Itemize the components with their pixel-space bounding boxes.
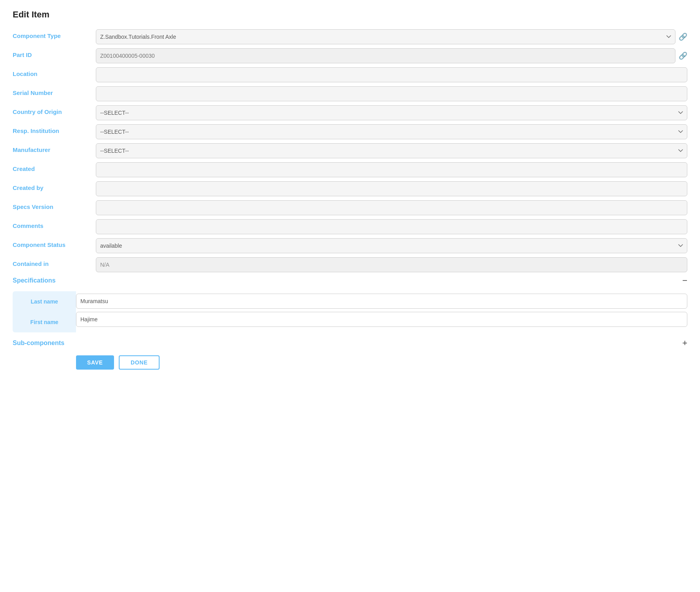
part-id-input[interactable]	[96, 48, 675, 63]
created-label: Created	[13, 162, 96, 172]
serial-number-input[interactable]	[96, 86, 687, 101]
specs-version-wrapper	[96, 200, 687, 215]
resp-institution-label: Resp. Institution	[13, 124, 96, 134]
location-label: Location	[13, 67, 96, 77]
resp-institution-wrapper: --SELECT--	[96, 124, 687, 139]
comments-label: Comments	[13, 219, 96, 229]
page-title: Edit Item	[13, 9, 687, 20]
subcomponents-label: Sub-components	[13, 340, 65, 347]
serial-number-wrapper	[96, 86, 687, 101]
country-of-origin-row: Country of Origin --SELECT--	[13, 105, 687, 120]
specifications-section-header: Specifications −	[13, 276, 687, 285]
save-button[interactable]: SAVE	[76, 355, 114, 370]
created-by-label: Created by	[13, 181, 96, 191]
created-by-wrapper	[96, 181, 687, 196]
manufacturer-select[interactable]: --SELECT--	[96, 143, 687, 158]
comments-wrapper	[96, 219, 687, 234]
done-button[interactable]: DONE	[119, 355, 160, 370]
part-id-link-icon[interactable]: 🔗	[679, 51, 687, 60]
specifications-label: Specifications	[13, 277, 55, 284]
subcomponents-add-icon[interactable]: +	[682, 339, 687, 347]
location-wrapper	[96, 67, 687, 82]
last-name-input-row	[76, 294, 687, 309]
part-id-wrapper: 🔗	[96, 48, 687, 63]
resp-institution-select[interactable]: --SELECT--	[96, 124, 687, 139]
country-of-origin-wrapper: --SELECT--	[96, 105, 687, 120]
first-name-label: First name	[13, 312, 76, 332]
contained-in-input[interactable]	[96, 257, 687, 272]
created-row: Created	[13, 162, 687, 177]
serial-number-label: Serial Number	[13, 86, 96, 96]
subcomponents-section-header: Sub-components +	[13, 339, 687, 347]
specs-version-label: Specs Version	[13, 200, 96, 210]
last-name-label: Last name	[13, 291, 76, 312]
comments-row: Comments	[13, 219, 687, 234]
specs-input-column	[76, 291, 687, 332]
specs-label-column: Last name First name	[13, 291, 76, 332]
contained-in-label: Contained in	[13, 257, 96, 267]
specs-version-input[interactable]	[96, 200, 687, 215]
manufacturer-label: Manufacturer	[13, 143, 96, 153]
component-status-wrapper: available unavailable in use maintenance	[96, 238, 687, 253]
form-buttons: SAVE DONE	[13, 355, 687, 370]
created-by-input[interactable]	[96, 181, 687, 196]
created-by-row: Created by	[13, 181, 687, 196]
component-status-select[interactable]: available unavailable in use maintenance	[96, 238, 687, 253]
manufacturer-wrapper: --SELECT--	[96, 143, 687, 158]
created-input[interactable]	[96, 162, 687, 177]
part-id-label: Part ID	[13, 48, 96, 58]
component-type-wrapper: Z.Sandbox.Tutorials.Front Axle 🔗	[96, 29, 687, 44]
comments-input[interactable]	[96, 219, 687, 234]
specs-version-row: Specs Version	[13, 200, 687, 215]
manufacturer-row: Manufacturer --SELECT--	[13, 143, 687, 158]
resp-institution-row: Resp. Institution --SELECT--	[13, 124, 687, 139]
location-row: Location	[13, 67, 687, 82]
contained-in-wrapper	[96, 257, 687, 272]
component-type-label: Component Type	[13, 29, 96, 39]
specs-subform: Last name First name	[13, 291, 687, 332]
component-type-link-icon[interactable]: 🔗	[679, 32, 687, 41]
part-id-row: Part ID 🔗	[13, 48, 687, 63]
first-name-input-row	[76, 312, 687, 327]
component-type-select[interactable]: Z.Sandbox.Tutorials.Front Axle	[96, 29, 675, 44]
country-of-origin-label: Country of Origin	[13, 105, 96, 115]
specifications-toggle-icon[interactable]: −	[682, 276, 687, 285]
country-of-origin-select[interactable]: --SELECT--	[96, 105, 687, 120]
component-type-row: Component Type Z.Sandbox.Tutorials.Front…	[13, 29, 687, 44]
first-name-input[interactable]	[76, 312, 687, 327]
last-name-input[interactable]	[76, 294, 687, 309]
component-status-row: Component Status available unavailable i…	[13, 238, 687, 253]
component-status-label: Component Status	[13, 238, 96, 248]
contained-in-row: Contained in	[13, 257, 687, 272]
created-wrapper	[96, 162, 687, 177]
location-input[interactable]	[96, 67, 687, 82]
serial-number-row: Serial Number	[13, 86, 687, 101]
